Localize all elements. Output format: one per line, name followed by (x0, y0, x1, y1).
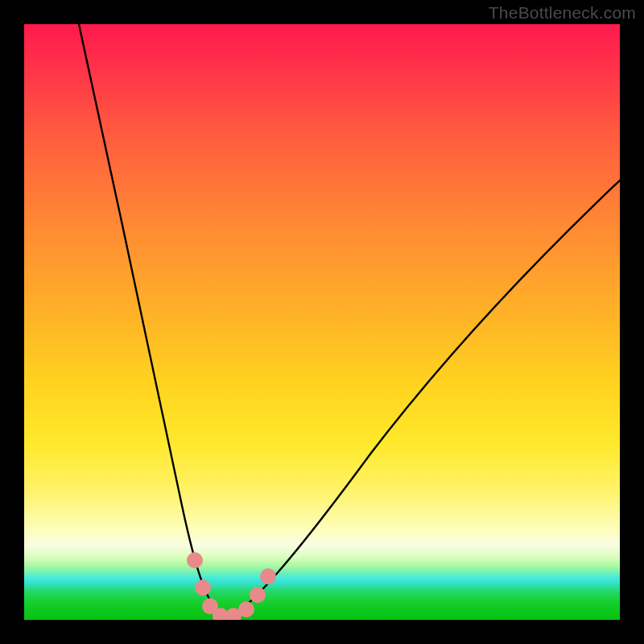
chart-frame: TheBottleneck.com (0, 0, 644, 644)
watermark-text: TheBottleneck.com (489, 3, 636, 23)
marker-group (187, 552, 276, 620)
right-curve (225, 180, 620, 620)
plot-area (24, 24, 620, 620)
svg-point-6 (250, 587, 266, 603)
left-curve (79, 24, 225, 620)
svg-point-7 (260, 568, 276, 584)
svg-point-0 (187, 552, 203, 568)
svg-point-5 (238, 601, 254, 617)
curve-overlay (24, 24, 620, 620)
svg-point-1 (195, 580, 211, 596)
